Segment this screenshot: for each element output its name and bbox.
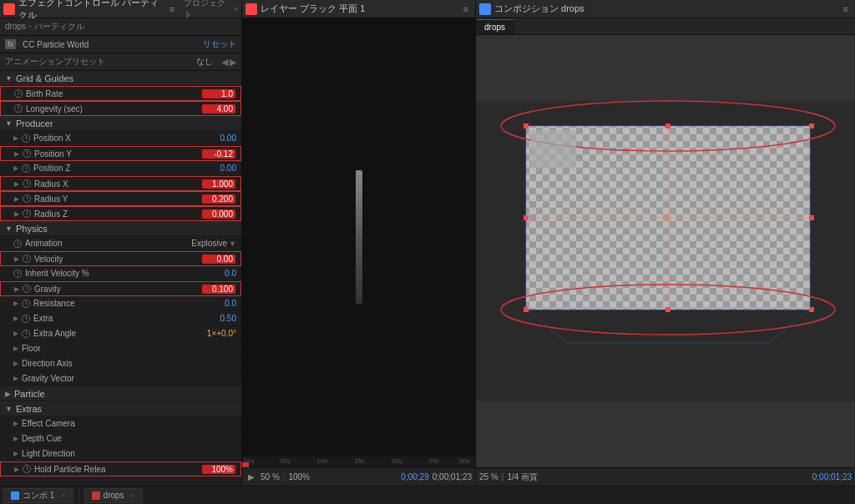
zoom-level[interactable]: 50 % [261, 472, 280, 481]
extra-row: ▶ Extra 0.50 [0, 311, 241, 326]
inherit-velocity-row: Inherit Velocity % 0.0 [0, 266, 241, 281]
hold-particle-triangle[interactable]: ▶ [14, 466, 19, 473]
effect-camera-triangle[interactable]: ▶ [13, 420, 18, 427]
properties-area: ▼ Grid & Guides Birth Rate 1.0 Longevity… [0, 71, 241, 486]
birth-rate-value[interactable]: 1.0 [202, 89, 235, 98]
radius-y-triangle[interactable]: ▶ [14, 195, 19, 203]
extra-angle-value[interactable]: 1×+0.0° [203, 329, 236, 338]
physics-label: Physics [16, 224, 48, 234]
bottom-tab-drops[interactable]: drops × [84, 488, 143, 503]
mid-panel-title: レイヤー ブラック 平面 1 [261, 3, 365, 15]
longevity-value[interactable]: 4.00 [202, 104, 235, 113]
pos-x-clock [22, 134, 30, 143]
depth-cue-row: ▶ Depth Cue [0, 431, 241, 446]
animation-row: Animation Explosive ▼ [0, 236, 241, 251]
extra-value[interactable]: 0.50 [203, 314, 236, 323]
right-panel-title: コンポジション drops [494, 3, 584, 15]
svg-rect-29 [524, 215, 529, 220]
pos-x-label: Position X [33, 134, 203, 143]
main-content: drops・パーティクル fx CC Particle World リセット ア… [0, 18, 855, 486]
inherit-vel-clock [13, 270, 22, 278]
direction-axis-row: ▶ Direction Axis [0, 356, 241, 371]
extra-angle-label: Extra Angle [33, 329, 203, 338]
mid-zoom-pct: 100% [288, 472, 310, 481]
right-panel: drops [476, 18, 855, 486]
mid-panel-icon [245, 3, 257, 15]
drops-close[interactable]: × [131, 491, 135, 500]
comp1-close[interactable]: × [61, 491, 65, 500]
comp-tabs: drops [476, 18, 855, 35]
preset-arrows[interactable]: ◀ ▶ [221, 57, 236, 68]
inherit-vel-value[interactable]: 0.0 [203, 269, 236, 278]
radius-y-value[interactable]: 0.200 [202, 194, 235, 204]
play-button[interactable]: ▶ [245, 471, 257, 482]
pos-x-value[interactable]: 0.00 [203, 134, 236, 143]
radius-z-triangle[interactable]: ▶ [14, 210, 19, 218]
pos-x-triangle[interactable]: ▶ [13, 134, 18, 142]
mid-preview [242, 18, 475, 456]
comp-quality-label[interactable]: 1/4 画質 [507, 471, 538, 483]
gravity-vector-triangle[interactable]: ▶ [13, 375, 18, 382]
section-extras[interactable]: ▼ Extras [0, 401, 241, 416]
hold-particle-value[interactable]: 100% [202, 465, 235, 474]
section-particle[interactable]: ▶ Particle [0, 386, 241, 401]
pos-z-triangle[interactable]: ▶ [13, 164, 18, 172]
direction-axis-triangle[interactable]: ▶ [13, 360, 18, 367]
extra-angle-triangle[interactable]: ▶ [13, 330, 18, 337]
reset-btn[interactable]: リセット [203, 38, 236, 50]
light-direction-triangle[interactable]: ▶ [13, 450, 18, 457]
left-panel: drops・パーティクル fx CC Particle World リセット ア… [0, 18, 242, 486]
radius-y-clock [23, 194, 31, 203]
timeline-mark-0: 00s [244, 457, 255, 465]
svg-rect-24 [809, 123, 814, 129]
radius-z-value[interactable]: 0.000 [202, 209, 235, 219]
comp-zoom-label[interactable]: 25 % [479, 472, 498, 481]
inherit-vel-label: Inherit Velocity % [25, 269, 203, 278]
pos-y-triangle[interactable]: ▶ [14, 150, 19, 158]
radius-y-label: Radius Y [34, 194, 202, 204]
longevity-row: Longevity (sec) 4.00 [0, 101, 241, 116]
gravity-value[interactable]: 0.100 [202, 285, 235, 294]
animation-dropdown-arrow[interactable]: ▼ [229, 239, 236, 248]
radius-x-triangle[interactable]: ▶ [14, 180, 19, 188]
svg-rect-23 [524, 123, 529, 129]
timeline-mark-2: 10s [316, 457, 327, 465]
comp-tab-drops[interactable]: drops [476, 19, 514, 34]
pos-z-value[interactable]: 0.00 [203, 164, 236, 173]
section-physics[interactable]: ▼ Physics [0, 221, 241, 236]
section-grid-guides[interactable]: ▼ Grid & Guides [0, 71, 241, 86]
radius-x-label: Radius X [34, 179, 202, 189]
velocity-label: Velocity [34, 255, 202, 264]
bottom-tab-comp1[interactable]: コンポ 1 × [3, 488, 73, 503]
light-direction-label: Light Direction [22, 449, 236, 458]
particle-triangle: ▶ [5, 390, 11, 398]
right-panel-menu[interactable]: ≡ [840, 4, 852, 14]
pos-y-value[interactable]: -0.12 [202, 149, 235, 159]
left-panel-menu[interactable]: ≡ [166, 4, 178, 14]
section-producer[interactable]: ▼ Producer [0, 116, 241, 131]
pos-y-clock [23, 149, 31, 158]
next-preset-btn[interactable]: ▶ [230, 57, 236, 68]
comp-tab-drops-label: drops [484, 23, 505, 32]
right-panel-content: drops [476, 18, 855, 486]
resistance-triangle[interactable]: ▶ [13, 300, 18, 307]
animation-value[interactable]: Explosive [191, 239, 227, 248]
mid-panel-menu[interactable]: ≡ [460, 4, 472, 14]
velocity-triangle[interactable]: ▶ [14, 255, 19, 263]
extra-triangle[interactable]: ▶ [13, 315, 18, 322]
comp-svg [476, 35, 855, 467]
gravity-triangle[interactable]: ▶ [14, 285, 19, 293]
right-panel-header: コンポジション drops ≡ [476, 0, 855, 18]
depth-cue-triangle[interactable]: ▶ [13, 435, 18, 442]
prev-preset-btn[interactable]: ◀ [221, 57, 228, 68]
velocity-value[interactable]: 0.00 [202, 255, 235, 264]
comp-zoom-sep: | [502, 472, 504, 481]
extras-label: Extras [16, 404, 42, 414]
floor-triangle[interactable]: ▶ [13, 345, 18, 352]
timeline-mark-4: 20s [392, 457, 402, 465]
resistance-value[interactable]: 0.0 [203, 299, 236, 308]
mid-time-total: 0;00;29 [401, 472, 428, 481]
particle-label: Particle [14, 389, 45, 399]
radius-x-value[interactable]: 1.000 [202, 179, 235, 189]
direction-axis-label: Direction Axis [22, 359, 236, 368]
